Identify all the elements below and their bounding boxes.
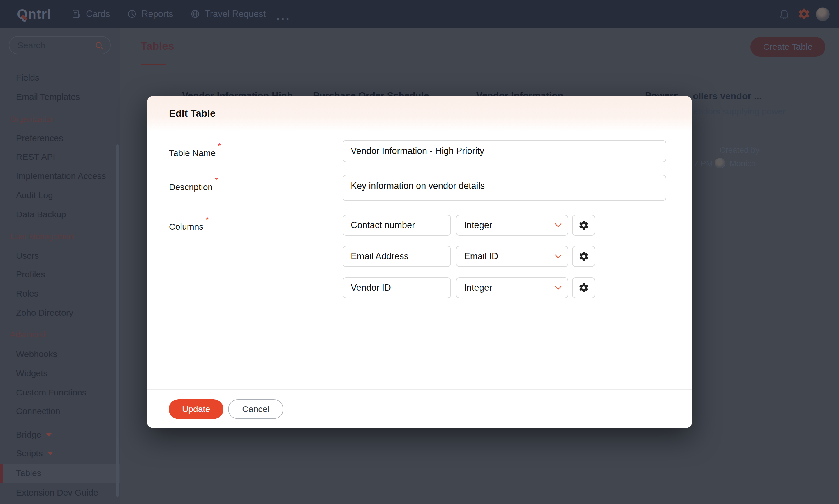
sidebar-item-connection[interactable]: Connection [16,406,60,416]
card-description-fragment: endors supplying power [694,107,786,116]
sidebar-item-label: Bridge [16,430,41,439]
sidebar-item-profiles[interactable]: Profiles [16,269,45,280]
column-name-input[interactable] [343,246,451,267]
created-by-label: Created by [720,145,759,155]
column-settings-button[interactable] [572,215,595,236]
chevron-down-icon [554,222,562,228]
column-name-input[interactable] [343,277,451,298]
chevron-down-icon [46,433,52,436]
nav-item-reports[interactable]: Reports [127,0,173,28]
create-table-button[interactable]: Create Table [750,37,825,57]
gear-icon [579,251,589,262]
sidebar-item-widgets[interactable]: Widgets [16,368,48,378]
sidebar-item-webhooks[interactable]: Webhooks [16,349,57,359]
tab-active-underline [141,64,166,66]
chevron-down-icon [554,254,562,259]
sidebar-item-users[interactable]: Users [16,251,39,261]
sidebar-item-roles[interactable]: Roles [16,289,38,299]
nav-item-travel-request[interactable]: Travel Request [190,0,266,28]
sidebar-scrollbar[interactable] [116,144,119,497]
creator-name: Monica [730,159,756,168]
nav-item-cards[interactable]: Cards [71,0,110,28]
sidebar-divider [0,60,120,61]
bell-icon [778,8,790,20]
sidebar-item-rest-api[interactable]: REST API [16,152,55,162]
nav-item-label: Travel Request [205,9,266,19]
gear-icon [579,283,589,293]
sidebar-item-data-backup[interactable]: Data Backup [16,210,66,219]
modal-footer-divider [147,389,692,390]
selected-option: Integer [464,283,492,293]
app-logo[interactable]: Qntrl [17,6,51,22]
sidebar: Search Fields Email Templates Organizati… [0,28,120,504]
column-type-select[interactable]: Integer [456,215,568,236]
column-name-input[interactable] [343,215,451,236]
ellipsis-icon: ... [276,9,291,23]
selected-option: Integer [464,220,492,231]
app-logo-text: Qntrl [17,6,51,21]
cancel-button[interactable]: Cancel [228,399,284,419]
description-label: Description* [169,180,218,192]
update-button[interactable]: Update [169,399,223,419]
search-placeholder: Search [17,40,45,50]
cards-icon [71,9,82,19]
required-asterisk: * [206,215,209,224]
card-title-fragment: ollers vendor ... [693,91,762,102]
sidebar-item-label: Tables [16,468,41,478]
more-menu-button[interactable]: ... [276,2,291,30]
nav-item-label: Cards [86,9,110,19]
notifications-button[interactable] [777,7,791,21]
created-time: 17 PM [689,159,713,168]
column-type-select[interactable]: Integer [456,277,568,298]
table-name-label: Table Name* [169,146,221,158]
sidebar-item-implementation-access[interactable]: Implementation Access [16,171,106,181]
columns-label: Columns* [169,219,209,232]
avatar[interactable] [816,7,830,21]
search-icon [95,41,104,51]
sidebar-item-extension-dev-guide[interactable]: Extension Dev Guide [16,488,98,498]
sidebar-item-zoho-directory[interactable]: Zoho Directory [16,308,73,318]
sidebar-item-tables[interactable]: Tables [0,464,120,483]
creator-avatar [715,158,725,168]
required-asterisk: * [215,176,218,184]
section-label-user-management: User Management [10,232,75,241]
reports-icon [127,9,137,19]
column-settings-button[interactable] [572,246,595,267]
chevron-down-icon [554,285,562,290]
nav-item-label: Reports [141,9,173,19]
section-label-advanced: Advanced [10,330,45,339]
gear-icon [798,7,810,20]
search-input[interactable]: Search [9,36,111,54]
tabs-divider [120,66,839,66]
sidebar-item-custom-functions[interactable]: Custom Functions [16,388,87,397]
chevron-down-icon [48,452,53,455]
settings-button[interactable] [797,7,811,21]
modal-title: Edit Table [169,108,216,119]
active-indicator [0,464,3,483]
modal-header: Edit Table [147,96,692,131]
travel-request-icon [190,9,201,19]
tab-tables[interactable]: Tables [141,40,174,52]
sidebar-item-scripts[interactable]: Scripts [16,448,53,458]
sidebar-item-fields[interactable]: Fields [16,73,39,83]
sidebar-item-email-templates[interactable]: Email Templates [16,92,80,102]
edit-table-modal: Edit Table Table Name* Description* Key … [147,96,692,428]
section-label-organization: Organization [10,115,55,124]
gear-icon [579,220,589,231]
table-name-input[interactable] [343,140,666,162]
sidebar-item-audit-log[interactable]: Audit Log [16,190,53,200]
required-asterisk: * [218,142,221,150]
sidebar-item-bridge[interactable]: Bridge [16,430,52,440]
sidebar-item-label: Scripts [16,448,43,458]
column-settings-button[interactable] [572,277,595,298]
topbar: Qntrl Cards Reports Travel Request ... [0,0,839,28]
column-type-select[interactable]: Email ID [456,246,568,267]
selected-option: Email ID [464,251,498,262]
sidebar-item-preferences[interactable]: Preferences [16,133,63,143]
description-input[interactable]: Key information on vendor details [343,175,666,201]
